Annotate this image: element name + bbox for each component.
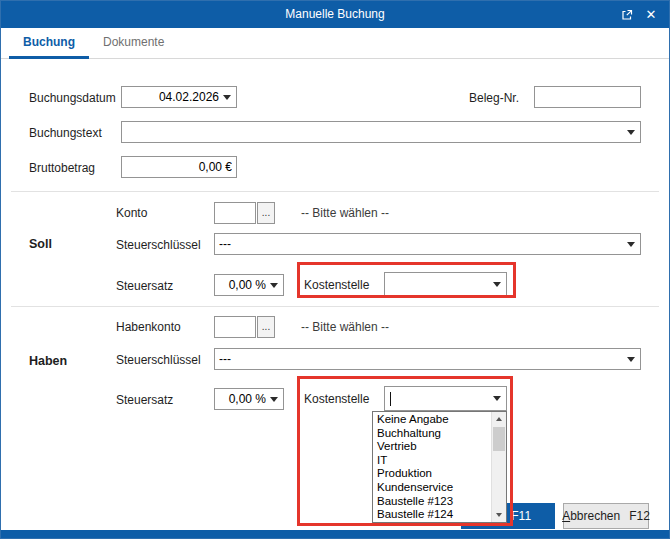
scroll-down-icon[interactable] — [492, 508, 506, 522]
haben-steuersatz-label: Steuersatz — [116, 393, 173, 407]
haben-konto-input[interactable] — [214, 316, 256, 338]
chevron-down-icon — [493, 282, 501, 287]
haben-steuersatz-value: 0,00 % — [215, 392, 270, 406]
soll-konto-label: Konto — [116, 206, 147, 220]
beleg-nr-input[interactable] — [534, 86, 641, 108]
soll-steuersatz-combobox[interactable]: 0,00 % — [214, 274, 284, 296]
buchungsdatum-label: Buchungsdatum — [29, 91, 116, 105]
dropdown-option[interactable]: Buchhaltung — [373, 427, 491, 441]
dropdown-option[interactable]: Vertrieb — [373, 440, 491, 454]
haben-konto-browse-button[interactable]: ... — [257, 316, 275, 338]
cancel-button-label: Abbrechen — [562, 509, 620, 523]
text-cursor — [390, 392, 391, 406]
scrollbar-thumb[interactable] — [493, 427, 505, 451]
soll-section-title: Soll — [29, 237, 52, 251]
dropdown-option[interactable]: Keine Angabe — [373, 413, 491, 427]
dropdown-option[interactable]: Kundenservice — [373, 481, 491, 495]
chevron-down-icon — [223, 95, 231, 100]
soll-steuerschluessel-label: Steuerschlüssel — [116, 238, 201, 252]
soll-kostenstelle-combobox[interactable] — [384, 272, 507, 296]
ok-button-shortcut: F11 — [511, 509, 531, 523]
haben-steuersatz-combobox[interactable]: 0,00 % — [214, 388, 284, 410]
chevron-down-icon — [270, 397, 278, 402]
buchungsdatum-value: 04.02.2026 — [122, 90, 223, 104]
soll-konto-browse-button[interactable]: ... — [257, 202, 275, 224]
beleg-nr-label: Beleg-Nr. — [469, 91, 519, 105]
buchungsdatum-combobox[interactable]: 04.02.2026 — [121, 86, 237, 108]
dropdown-option[interactable]: Produktion — [373, 467, 491, 481]
dropdown-option[interactable]: IT — [373, 454, 491, 468]
dropdown-option[interactable]: Baustelle #123 — [373, 495, 491, 509]
bruttobetrag-input[interactable] — [121, 156, 237, 178]
chevron-down-icon — [493, 396, 501, 401]
divider — [11, 191, 659, 192]
manuelle-buchung-dialog: Manuelle Buchung ✕ Buchung Dokumente Buc… — [0, 0, 670, 539]
dropdown-scrollbar[interactable] — [491, 412, 506, 522]
divider — [11, 306, 659, 307]
dialog-title: Manuelle Buchung — [1, 1, 669, 28]
haben-konto-hint: -- Bitte wählen -- — [301, 320, 389, 334]
dropdown-options: Keine Angabe Buchhaltung Vertrieb IT Pro… — [373, 413, 491, 522]
bruttobetrag-label: Bruttobetrag — [29, 161, 95, 175]
cancel-button-shortcut: F12 — [629, 509, 650, 523]
window-bottom-edge — [1, 530, 669, 538]
cancel-button[interactable]: Abbrechen F12 — [563, 503, 649, 529]
buchungstext-combobox[interactable] — [121, 121, 641, 143]
haben-kostenstelle-label: Kostenstelle — [304, 392, 369, 406]
soll-steuersatz-value: 0,00 % — [215, 278, 270, 292]
haben-konto-label: Habenkonto — [116, 320, 181, 334]
chevron-down-icon — [627, 130, 635, 135]
haben-steuerschluessel-combobox[interactable]: --- — [214, 348, 641, 370]
open-external-icon[interactable] — [615, 1, 639, 28]
tab-dokumente[interactable]: Dokumente — [89, 28, 178, 59]
scroll-up-icon[interactable] — [492, 412, 506, 426]
chevron-down-icon — [627, 242, 635, 247]
soll-konto-hint: -- Bitte wählen -- — [301, 206, 389, 220]
haben-section-title: Haben — [29, 354, 67, 368]
close-icon[interactable]: ✕ — [639, 1, 663, 28]
kostenstelle-dropdown-list: Keine Angabe Buchhaltung Vertrieb IT Pro… — [372, 411, 507, 523]
chevron-down-icon — [270, 283, 278, 288]
dropdown-option[interactable]: Baustelle #124 — [373, 508, 491, 522]
titlebar: Manuelle Buchung ✕ — [1, 1, 669, 28]
haben-kostenstelle-combobox[interactable] — [384, 386, 507, 411]
soll-kostenstelle-label: Kostenstelle — [304, 278, 369, 292]
tab-buchung[interactable]: Buchung — [9, 28, 89, 59]
chevron-down-icon — [627, 357, 635, 362]
tab-bar: Buchung Dokumente — [1, 28, 669, 59]
soll-steuersatz-label: Steuersatz — [116, 279, 173, 293]
soll-steuerschluessel-value: --- — [215, 237, 627, 251]
soll-steuerschluessel-combobox[interactable]: --- — [214, 233, 641, 255]
haben-steuerschluessel-label: Steuerschlüssel — [116, 353, 201, 367]
buchungstext-label: Buchungstext — [29, 126, 102, 140]
haben-steuerschluessel-value: --- — [215, 352, 627, 366]
soll-konto-input[interactable] — [214, 202, 256, 224]
